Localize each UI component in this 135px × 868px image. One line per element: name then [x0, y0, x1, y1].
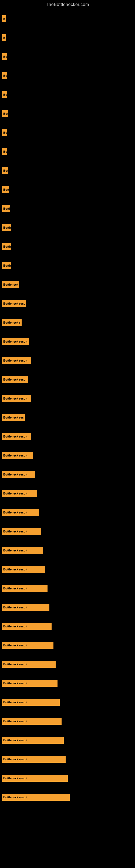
bar-row: Bottleneck result: [0, 579, 135, 598]
bar-row: Bo: [0, 66, 135, 85]
bar-row: Bottleneck result: [0, 522, 135, 541]
bar-label: Bottleneck result: [2, 528, 41, 535]
bar-label: Bottle: [2, 243, 11, 250]
bar-label: Bottleneck result: [2, 680, 57, 687]
bar-label: Bottleneck result: [2, 490, 37, 497]
bar-row: Bottleneck result: [0, 427, 135, 446]
bar-row: Bo: [0, 142, 135, 161]
bar-row: B: [0, 9, 135, 28]
bar-label: Bottleneck result: [2, 357, 31, 364]
bar-row: Bottleneck result: [0, 465, 135, 484]
bar-row: Bottl: [0, 199, 135, 218]
bar-row: Bottleneck resul: [0, 370, 135, 389]
bar-row: Bottle: [0, 237, 135, 256]
bar-row: Bot: [0, 104, 135, 123]
bar-label: Bottleneck result: [2, 547, 43, 554]
bar-row: Bottleneck result: [0, 750, 135, 769]
bar-row: Bottleneck resu: [0, 294, 135, 313]
bar-label: Bottle: [2, 262, 11, 269]
bar-label: Bo: [2, 129, 7, 136]
bar-label: Bottleneck result: [2, 452, 33, 459]
bar-label: Bottl: [2, 205, 10, 212]
bar-row: Bottleneck result: [0, 351, 135, 370]
bar-label: Bottleneck result: [2, 585, 48, 592]
bar-label: Bo: [2, 148, 7, 155]
bar-row: B: [0, 28, 135, 47]
bar-row: Bottleneck result: [0, 636, 135, 655]
bar-row: Bottleneck: [0, 275, 135, 294]
bar-label: Bottleneck result: [2, 718, 61, 725]
bar-row: Bottleneck result: [0, 332, 135, 351]
bar-row: Bottleneck result: [0, 788, 135, 807]
bar-label: Bottleneck result: [2, 566, 45, 573]
bar-label: Bottleneck result: [2, 471, 35, 478]
bar-row: Bottleneck result: [0, 503, 135, 522]
bar-row: Bottleneck result: [0, 446, 135, 465]
bar-label: Bo: [2, 53, 7, 60]
bar-row: Bottle: [0, 218, 135, 237]
bar-row: Bottleneck result: [0, 769, 135, 788]
bar-row: Bottleneck result: [0, 674, 135, 693]
bar-label: Bottleneck result: [2, 623, 52, 630]
bar-label: Bottle: [2, 224, 11, 231]
bar-label: Bottleneck result: [2, 604, 49, 611]
bar-label: Bottleneck result: [2, 661, 56, 668]
bar-row: Bottle: [0, 256, 135, 275]
bar-label: Bottleneck resu: [2, 300, 26, 307]
bar-row: Bo: [0, 47, 135, 66]
bar-row: Bottleneck r: [0, 313, 135, 332]
bar-label: B: [2, 15, 6, 22]
bar-row: Bottleneck result: [0, 731, 135, 750]
bar-label: Bot: [2, 167, 8, 174]
bar-row: Bottleneck result: [0, 617, 135, 636]
bar-label: Bottleneck result: [2, 699, 60, 706]
bar-label: Bottleneck result: [2, 642, 53, 649]
bar-label: Bottleneck result: [2, 794, 70, 801]
bar-row: Bot: [0, 161, 135, 180]
bar-label: Bott: [2, 186, 9, 193]
bar-label: Bottleneck result: [2, 395, 31, 402]
bar-row: Bottleneck result: [0, 655, 135, 674]
bar-row: Bott: [0, 180, 135, 199]
bar-row: Bo: [0, 123, 135, 142]
bar-row: Bottleneck result: [0, 389, 135, 408]
bar-row: Bottleneck result: [0, 484, 135, 503]
bar-row: Bottleneck result: [0, 693, 135, 712]
bar-row: Bottleneck result: [0, 541, 135, 560]
bar-label: Bottleneck: [2, 281, 19, 288]
bar-row: Bottleneck res: [0, 408, 135, 427]
bar-row: Bottleneck result: [0, 560, 135, 579]
bar-label: Bot: [2, 110, 8, 117]
bar-label: Bottleneck r: [2, 319, 21, 326]
site-title: TheBottlenecker.com: [0, 0, 135, 9]
bar-label: Bottleneck result: [2, 756, 65, 763]
bar-row: Bottleneck result: [0, 598, 135, 617]
bar-label: Bottleneck result: [2, 433, 31, 440]
bar-label: B: [2, 34, 6, 41]
bar-label: Bottleneck result: [2, 338, 29, 345]
bar-row: Bottleneck result: [0, 712, 135, 731]
bar-label: Bottleneck result: [2, 775, 68, 782]
bar-label: Bottleneck res: [2, 414, 25, 421]
bar-label: Bottleneck result: [2, 737, 64, 744]
bar-row: Bo: [0, 85, 135, 104]
bar-label: Bo: [2, 72, 7, 79]
bar-label: Bottleneck resul: [2, 376, 28, 383]
bar-label: Bottleneck result: [2, 509, 39, 516]
bar-label: Bo: [2, 91, 7, 98]
bars-container: BBBoBoBoBotBoBoBotBottBottlBottleBottleB…: [0, 9, 135, 807]
